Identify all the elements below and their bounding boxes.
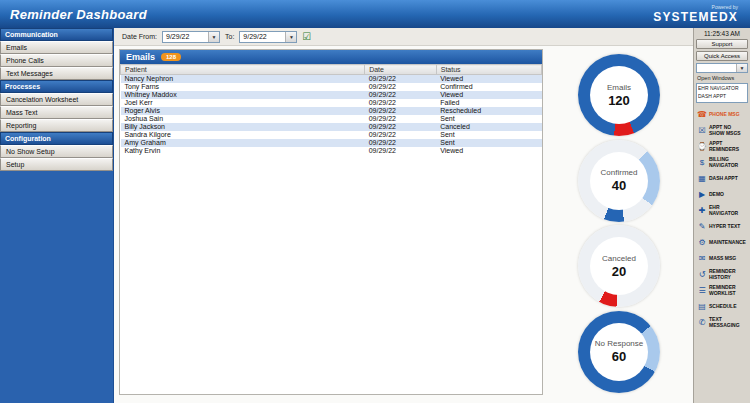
sidebar-item-reporting[interactable]: Reporting [0,119,113,132]
date-cell: 09/29/22 [365,147,437,155]
column-header-patient[interactable]: Patient [121,65,365,75]
table-row[interactable]: Joshua Sain09/29/22Sent [121,115,542,123]
patient-cell: Amy Graham [121,139,365,147]
table-row[interactable]: Joel Kerr09/29/22Failed [121,99,542,107]
patient-cell: Sandra Kilgore [121,131,365,139]
sidebar-item-setup[interactable]: Setup [0,158,113,171]
tool-button-hyper-text[interactable]: ✎HYPER TEXT [696,219,748,234]
open-window-item-ehr-navigator[interactable]: EHR NAVIGATOR [698,85,746,93]
appt-no-show-icon: ☒ [697,127,707,135]
table-row[interactable]: Kathy Ervin09/29/22Viewed [121,147,542,155]
donut-chart-canceled: Canceled20 [578,225,660,307]
tool-button-label: SCHEDULE [709,304,737,310]
date-cell: 09/29/22 [365,75,437,83]
date-cell: 09/29/22 [365,91,437,99]
maintenance-icon: ⚙ [697,239,707,247]
donut-value: 40 [612,178,626,193]
status-cell: Viewed [436,91,541,99]
column-header-date[interactable]: Date [365,65,437,75]
date-cell: 09/29/22 [365,115,437,123]
patient-cell: Kathy Ervin [121,147,365,155]
donut-label: No Response [595,339,643,348]
nav-section-communication: Communication [0,28,113,41]
ehr-navigator-icon: ✚ [697,207,707,215]
tool-button-ehr-navigator[interactable]: ✚EHR NAVIGATOR [696,203,748,218]
emails-panel: Emails 128 PatientDateStatus Nancy Nephr… [119,49,543,395]
sidebar-item-emails[interactable]: Emails [0,41,113,54]
dash-appt-icon: ▦ [697,175,707,183]
table-header-row: PatientDateStatus [121,65,542,75]
app-header: Reminder Dashboard Powered by SYSTEMEDX [0,0,750,28]
date-from-label: Date From: [122,33,157,40]
nav-section-processes: Processes [0,80,113,93]
sidebar-item-mass-text[interactable]: Mass Text [0,106,113,119]
tool-button-label: DEMO [709,192,724,198]
right-panel: 11:25:43 AM Support Quick Access ▼ Open … [693,28,750,403]
patient-cell: Joel Kerr [121,99,365,107]
sidebar-item-phone-calls[interactable]: Phone Calls [0,54,113,67]
tool-button-reminder-history[interactable]: ↺REMINDER HISTORY [696,267,748,282]
date-cell: 09/29/22 [365,139,437,147]
date-cell: 09/29/22 [365,83,437,91]
apply-date-filter-icon[interactable]: ☑ [302,32,311,42]
billing-navigator-icon: $ [697,159,707,167]
date-to-value: 9/29/22 [243,33,266,40]
mass-msg-icon: ✉ [697,255,707,263]
tool-button-appt-reminders[interactable]: ⌚APPT REMINDERS [696,139,748,154]
chevron-down-icon[interactable]: ▼ [285,32,296,42]
tool-button-appt-no-show-msgs[interactable]: ☒APPT NO SHOW MSGS [696,123,748,138]
tool-button-billing-navigator[interactable]: $BILLING NAVIGATOR [696,155,748,170]
sidebar-item-text-messages[interactable]: Text Messages [0,67,113,80]
status-cell: Viewed [436,147,541,155]
emails-panel-title: Emails [126,52,155,62]
status-cell: Confirmed [436,83,541,91]
chevron-down-icon[interactable]: ▼ [736,64,747,72]
support-button[interactable]: Support [696,39,748,49]
sidebar-item-no-show-setup[interactable]: No Show Setup [0,145,113,158]
table-row[interactable]: Sandra Kilgore09/29/22Sent [121,131,542,139]
tool-button-label: Phone Msg [709,112,740,118]
tool-button-schedule[interactable]: ▤SCHEDULE [696,299,748,314]
donut-label: Emails [607,83,631,92]
donut-hole: Canceled20 [590,237,648,295]
table-row[interactable]: Tony Farns09/29/22Confirmed [121,83,542,91]
date-cell: 09/29/22 [365,123,437,131]
tool-button-maintenance[interactable]: ⚙MAINTENANCE [696,235,748,250]
open-window-item-dash-appt[interactable]: DASH APPT [698,93,746,101]
sidebar-item-cancelation-worksheet[interactable]: Cancelation Worksheet [0,93,113,106]
open-windows-label: Open Windows [696,75,748,81]
table-row[interactable]: Billy Jackson09/29/22Canceled [121,123,542,131]
open-windows-list: EHR NAVIGATORDASH APPT [696,83,748,103]
table-row[interactable]: Amy Graham09/29/22Sent [121,139,542,147]
patient-cell: Roger Alvis [121,107,365,115]
table-row[interactable]: Nancy Nephron09/29/22Viewed [121,75,542,83]
column-header-status[interactable]: Status [436,65,541,75]
quick-access-select[interactable]: ▼ [696,63,748,73]
status-cell: Sent [436,131,541,139]
app-window: Reminder Dashboard Powered by SYSTEMEDX … [0,0,750,403]
patient-cell: Joshua Sain [121,115,365,123]
status-cell: Rescheduled [436,107,541,115]
tool-button-label: DASH APPT [709,176,738,182]
patient-cell: Billy Jackson [121,123,365,131]
table-row[interactable]: Whitney Maddox09/29/22Viewed [121,91,542,99]
tool-button-label: REMINDER HISTORY [709,269,747,281]
tool-button-mass-msg[interactable]: ✉MASS MSG [696,251,748,266]
tool-button-phone-msg[interactable]: ☎Phone Msg [696,107,748,122]
chevron-down-icon[interactable]: ▼ [208,32,219,42]
date-to-select[interactable]: 9/29/22 ▼ [239,31,297,43]
table-row[interactable]: Roger Alvis09/29/22Rescheduled [121,107,542,115]
date-from-select[interactable]: 9/29/22 ▼ [162,31,220,43]
donut-value: 120 [608,93,630,108]
tool-button-dash-appt[interactable]: ▦DASH APPT [696,171,748,186]
tool-button-label: MAINTENANCE [709,240,746,246]
status-cell: Sent [436,139,541,147]
quick-access-button[interactable]: Quick Access [696,51,748,61]
app-body: CommunicationEmailsPhone CallsText Messa… [0,28,750,403]
emails-count-badge: 128 [161,53,181,61]
reminder-worklist-icon: ☰ [697,287,707,295]
content-area: Emails 128 PatientDateStatus Nancy Nephr… [114,46,693,403]
tool-button-reminder-worklist[interactable]: ☰REMINDER WORKLIST [696,283,748,298]
tool-button-demo[interactable]: ▶DEMO [696,187,748,202]
tool-button-text-messaging[interactable]: ✆TEXT MESSAGING [696,315,748,330]
